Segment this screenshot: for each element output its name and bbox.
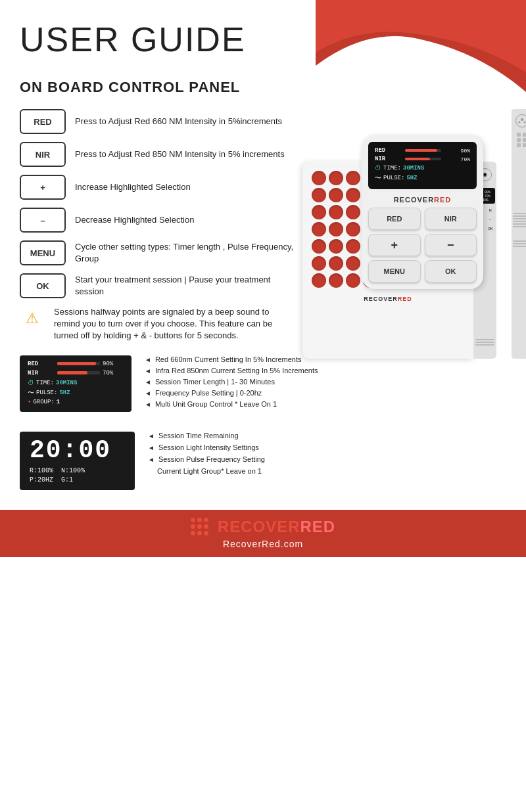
disp-red-label: RED [28, 361, 57, 367]
screen-pulse-value: 5HZ [406, 175, 417, 181]
desc-item-4: ◄ Multi Unit Group Control * Leave On 1 [145, 400, 506, 408]
warning-icon: ⚠ [20, 306, 45, 331]
nir-button-label: NIR [20, 142, 66, 167]
footer-url: RecoverRed.com [223, 539, 303, 549]
disp-nir-label: NIR [28, 370, 57, 376]
session-display: 20:00 R:100% N:100% P:20HZ G:1 [20, 432, 135, 490]
session-desc-list: ◄ Session Time Remaining ◄ Session Light… [148, 432, 506, 479]
sess-arrow-2: ◄ [148, 456, 155, 463]
arrow-icon-1: ◄ [145, 367, 151, 374]
session-time: 20:00 [30, 438, 125, 463]
group-icon: ▪ [28, 399, 31, 405]
session-g: G:1 [61, 476, 73, 484]
session-p: P:20HZ [30, 476, 53, 484]
plus-label-text: + [40, 183, 45, 192]
footer-brand-text: RECOVERRED [218, 518, 335, 536]
device-brand-panel: RECOVERRED [368, 196, 477, 204]
disp-time-value: 30MINS [56, 380, 77, 386]
ok-label-text: OK [36, 281, 49, 291]
logo-dots [191, 518, 208, 535]
screen-time-label: TIME: [383, 165, 401, 171]
warning-desc: Sessions halfway points are signaled by … [54, 306, 296, 342]
screen-pulse-label: PULSE: [383, 175, 404, 181]
minus-desc: Decrease Highlighted Selection [75, 214, 194, 226]
ok-control-row: OK Start your treatment session | Pause … [20, 273, 296, 298]
menu-button-label: MENU [20, 240, 66, 265]
device-panel: RED 90% NIR 70% ⏱ TIME: 30MINS [362, 135, 483, 289]
red-button-label: RED [20, 109, 66, 134]
disp-group-value: 1 [57, 399, 60, 405]
desc-item-1: ◄ Infra Red 850nm Current Setting In 5% … [145, 367, 506, 374]
menu-control-row: MENU Cycle other setting types: Timer le… [20, 240, 296, 265]
plus-control-row: + Increase Highlighted Selection [20, 175, 296, 200]
session-r: R:100% [30, 467, 53, 474]
screen-red-pct: 90% [461, 148, 470, 154]
disp-pulse-value: 5HZ [59, 390, 70, 396]
red-label-text: RED [34, 117, 51, 127]
desc-text-1: Infra Red 850nm Current Setting In 5% In… [155, 367, 318, 374]
arrow-icon-3: ◄ [145, 390, 151, 397]
sess-desc-2: ◄ Session Pulse Frequency Setting [148, 455, 506, 463]
desc-text-4: Multi Unit Group Control * Leave On 1 [155, 400, 277, 408]
desc-text-3: Frequency Pulse Setting | 0-20hz [155, 389, 262, 397]
footer-brand: RECOVERRED [191, 518, 335, 536]
ok-desc: Start your treatment session | Pause you… [75, 274, 296, 298]
screen-nir-pct: 70% [461, 156, 470, 162]
display-desc-list: ◄ Red 660nm Current Setting In 5% Increm… [145, 355, 506, 411]
nir-control-row: NIR Press to Adjust Red 850 NM Intensity… [20, 142, 296, 167]
plus-desc: Increase Highlighted Selection [75, 181, 191, 193]
sess-desc-text-2: Session Pulse Frequency Setting [158, 455, 265, 463]
bottom-display-section: RED 90% NIR 70% ⏱ TIME: 30MINS 〜 PULSE: … [20, 355, 506, 412]
wave-icon: 〜 [28, 388, 34, 397]
red-desc: Press to Adjust Red 660 NM Intensity in … [75, 116, 282, 127]
screen-time-value: 30MINS [403, 165, 424, 171]
desc-item-2: ◄ Session Timer Length | 1- 30 Minutes [145, 378, 506, 386]
arrow-icon-2: ◄ [145, 378, 151, 386]
left-controls: RED Press to Adjust Red 660 NM Intensity… [20, 109, 296, 342]
svg-point-2 [524, 122, 526, 124]
page-title: USER GUIDE [20, 20, 506, 59]
device-plus-btn: + [368, 234, 421, 256]
sess-desc-text-1: Session Light Intensity Settings [158, 443, 259, 451]
sess-desc-text-0: Session Time Remaining [158, 432, 239, 440]
display-panel: RED 90% NIR 70% ⏱ TIME: 30MINS 〜 PULSE: … [20, 355, 132, 412]
sess-desc-text-3: Current Light Group* Leave on 1 [157, 467, 262, 475]
ok-button-label: OK [20, 273, 66, 298]
device-screen: RED 90% NIR 70% ⏱ TIME: 30MINS [368, 142, 477, 189]
device-minus-btn: − [425, 234, 477, 256]
device-ok-btn: OK [425, 260, 477, 282]
nir-label-text: NIR [36, 150, 50, 160]
device-nir-btn: NIR [425, 208, 477, 230]
warning-row: ⚠ Sessions halfway points are signaled b… [20, 306, 296, 342]
session-n: N:100% [61, 467, 85, 474]
device-buttons: RED NIR + − MENU OK [368, 208, 477, 282]
footer: RECOVERRED RecoverRed.com [0, 510, 526, 557]
sess-arrow-1: ◄ [148, 444, 155, 451]
svg-point-0 [521, 118, 523, 121]
plus-button-label: + [20, 175, 66, 200]
clock-icon: ⏱ [28, 379, 34, 387]
disp-group-label: GROUP: [33, 399, 54, 405]
minus-label-text: – [40, 215, 45, 225]
disp-pulse-label: PULSE: [36, 390, 57, 396]
disp-red-pct: 90% [103, 361, 113, 367]
sess-arrow-0: ◄ [148, 432, 155, 440]
desc-text-2: Session Timer Length | 1- 30 Minutes [155, 378, 275, 386]
session-section: 20:00 R:100% N:100% P:20HZ G:1 ◄ Session… [20, 432, 506, 490]
arrow-icon-0: ◄ [145, 356, 151, 363]
red-control-row: RED Press to Adjust Red 660 NM Intensity… [20, 109, 296, 134]
minus-button-label: – [20, 208, 66, 233]
section1-title: ON BOARD CONTROL PANEL [20, 79, 506, 96]
footer-brand-red: RED [300, 518, 336, 535]
menu-label-text: MENU [30, 248, 55, 258]
device-menu-btn: MENU [368, 260, 421, 282]
desc-text-0: Red 660nm Current Setting In 5% Incremen… [155, 355, 302, 363]
nir-desc: Press to Adjust Red 850 NM Intensity in … [75, 148, 285, 160]
sess-desc-1: ◄ Session Light Intensity Settings [148, 443, 506, 451]
sess-desc-0: ◄ Session Time Remaining [148, 432, 506, 440]
disp-nir-pct: 70% [103, 370, 113, 376]
sess-desc-3: Current Light Group* Leave on 1 [148, 467, 506, 475]
svg-point-1 [519, 122, 521, 124]
disp-time-label: TIME: [36, 380, 54, 386]
footer-brand-recover: RECOVER [218, 518, 300, 535]
